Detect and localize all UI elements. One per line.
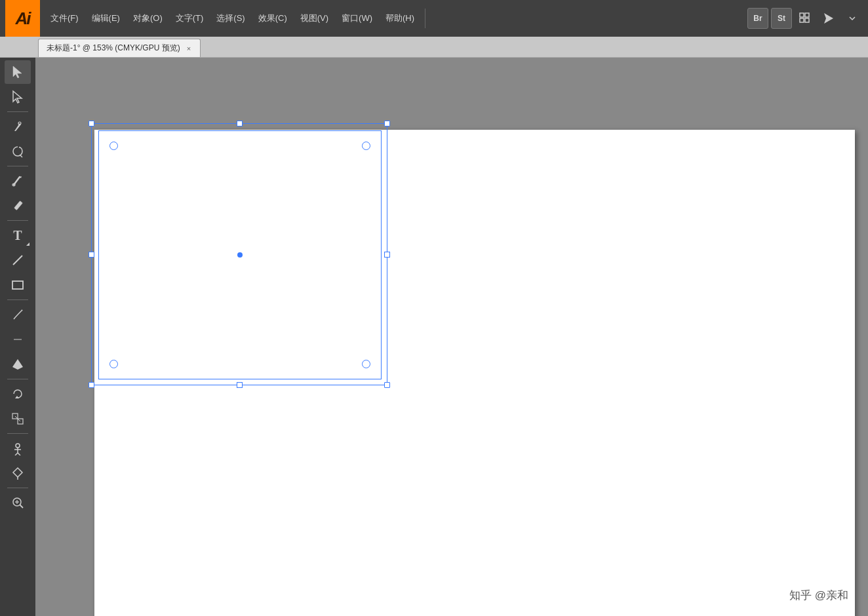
tool-separator-5 bbox=[7, 379, 28, 379]
svg-marker-6 bbox=[13, 91, 22, 103]
menu-effect[interactable]: 效果(C) bbox=[252, 0, 294, 37]
rectangle-tool[interactable] bbox=[5, 273, 31, 297]
brush-tool[interactable] bbox=[5, 169, 31, 193]
svg-rect-18 bbox=[18, 419, 23, 424]
tool-separator-7 bbox=[7, 488, 28, 488]
svg-rect-1 bbox=[805, 13, 809, 17]
toolbar-icons-group: Br St bbox=[747, 8, 863, 29]
tool-expand-indicator bbox=[26, 242, 30, 246]
ai-logo-icon: Ai bbox=[5, 0, 40, 37]
menubar: Ai 文件(F) 编辑(E) 对象(O) 文字(T) 选择(S) 效果(C) 视… bbox=[0, 0, 868, 37]
main-layout: T bbox=[0, 58, 868, 616]
canvas-area[interactable]: 知乎 @亲和 bbox=[35, 58, 868, 616]
svg-point-9 bbox=[12, 183, 15, 186]
menu-window[interactable]: 窗口(W) bbox=[335, 0, 379, 37]
svg-point-20 bbox=[16, 444, 20, 448]
svg-line-24 bbox=[18, 453, 20, 455]
document-tab[interactable]: 未标题-1° @ 153% (CMYK/GPU 预览) × bbox=[38, 39, 201, 57]
svg-rect-10 bbox=[14, 201, 23, 210]
svg-line-8 bbox=[20, 155, 22, 157]
svg-rect-3 bbox=[805, 18, 809, 22]
svg-line-28 bbox=[20, 505, 24, 509]
handle-top-right[interactable] bbox=[384, 121, 390, 126]
tool-separator-1 bbox=[7, 111, 28, 112]
tool-separator-2 bbox=[7, 166, 28, 166]
direct-select-tool[interactable] bbox=[5, 85, 31, 109]
svg-marker-5 bbox=[13, 66, 22, 78]
svg-line-11 bbox=[13, 256, 22, 265]
line-tool[interactable] bbox=[5, 248, 31, 272]
transform-tool[interactable] bbox=[5, 407, 31, 431]
svg-line-19 bbox=[15, 416, 20, 421]
pencil-tool[interactable] bbox=[5, 194, 31, 218]
menu-view[interactable]: 视图(V) bbox=[294, 0, 335, 37]
st-icon-button[interactable]: St bbox=[771, 8, 792, 29]
svg-marker-16 bbox=[15, 396, 19, 398]
type-tool[interactable]: T bbox=[5, 223, 31, 247]
svg-rect-0 bbox=[800, 13, 804, 17]
menu-edit[interactable]: 编辑(E) bbox=[85, 0, 127, 37]
svg-point-27 bbox=[13, 498, 21, 506]
puppet-warp-tool[interactable] bbox=[5, 436, 31, 460]
handle-top-mid[interactable] bbox=[237, 121, 243, 126]
svg-rect-17 bbox=[12, 414, 18, 419]
chevron-down-icon[interactable] bbox=[842, 8, 863, 29]
menu-object[interactable]: 对象(O) bbox=[127, 0, 169, 37]
lasso-tool[interactable] bbox=[5, 140, 31, 163]
left-toolbar: T bbox=[0, 58, 35, 616]
menu-file[interactable]: 文件(F) bbox=[44, 0, 85, 37]
svg-point-7 bbox=[18, 122, 21, 125]
tab-close-button[interactable]: × bbox=[186, 45, 192, 52]
svg-rect-2 bbox=[800, 18, 804, 22]
svg-marker-15 bbox=[12, 359, 23, 370]
fill-tool[interactable] bbox=[5, 353, 31, 376]
pin-tool[interactable] bbox=[5, 461, 31, 485]
selection-tool[interactable] bbox=[5, 60, 31, 84]
tab-label: 未标题-1° @ 153% (CMYK/GPU 预览) bbox=[47, 43, 180, 54]
pen-tool[interactable] bbox=[5, 115, 31, 138]
tool-separator-4 bbox=[7, 299, 28, 300]
handle-bottom-left[interactable] bbox=[89, 382, 94, 388]
knife-tool[interactable] bbox=[5, 303, 31, 326]
menu-select[interactable]: 选择(S) bbox=[210, 0, 251, 37]
br-icon-button[interactable]: Br bbox=[747, 8, 768, 29]
menu-help[interactable]: 帮助(H) bbox=[379, 0, 421, 37]
handle-top-left[interactable] bbox=[89, 121, 94, 126]
grid-icon-button[interactable] bbox=[795, 8, 816, 29]
tool-separator-3 bbox=[7, 220, 28, 221]
menu-type[interactable]: 文字(T) bbox=[169, 0, 210, 37]
handle-mid-left[interactable] bbox=[89, 252, 94, 258]
svg-rect-12 bbox=[12, 281, 23, 289]
svg-line-23 bbox=[15, 453, 18, 455]
menu-divider bbox=[425, 9, 425, 28]
tabbar: 未标题-1° @ 153% (CMYK/GPU 预览) × bbox=[0, 37, 868, 58]
zoom-tool[interactable] bbox=[5, 491, 31, 514]
eraser-tool[interactable] bbox=[5, 328, 31, 351]
tool-separator-6 bbox=[7, 433, 28, 434]
send-icon-button[interactable] bbox=[818, 8, 839, 29]
svg-marker-25 bbox=[13, 468, 22, 477]
rotate-tool[interactable] bbox=[5, 382, 31, 406]
svg-marker-4 bbox=[824, 13, 833, 24]
artboard bbox=[94, 130, 855, 616]
